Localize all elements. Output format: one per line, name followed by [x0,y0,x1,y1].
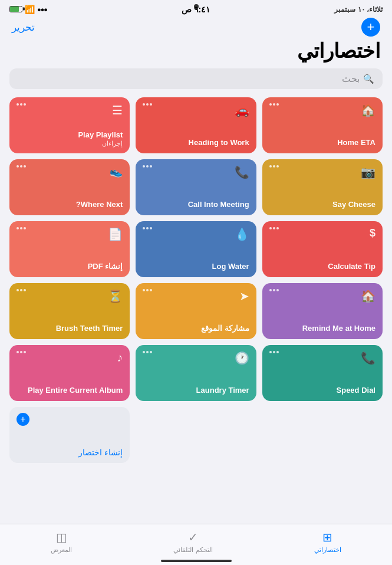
card-label: Calculate Tip [269,262,375,271]
tab-gallery[interactable]: ◫ المعرض [51,530,72,554]
card-icon: 📄 [108,227,123,241]
card-label: Log Water [143,262,249,271]
shortcut-laundry-timer[interactable]: 🕐 Laundry Timer [136,345,256,401]
shortcut-calculate-tip[interactable]: $ Calculate Tip [262,221,383,277]
card-menu[interactable] [269,351,279,353]
card-label: Heading to Work [143,138,249,147]
card-menu[interactable] [17,165,26,167]
card-menu[interactable] [17,103,26,106]
shortcut-create-pdf[interactable]: 📄 إنشاء PDF [9,221,130,277]
search-placeholder: بحث [342,73,360,84]
card-icon: 📞 [361,351,375,365]
tab-bar: ⊞ اختصاراتي ✓ التحكم التلقائي ◫ المعرض [0,524,392,565]
card-icon: 🚗 [235,103,249,117]
card-icon: 👟 [110,165,123,178]
card-icon: $ [370,227,375,239]
card-menu[interactable] [143,227,152,229]
card-menu[interactable] [143,103,152,106]
shortcut-play-album[interactable]: ♪ Play Entire Current Album [9,345,130,401]
card-icon: 💧 [235,227,249,241]
card-menu[interactable] [143,351,152,353]
card-icon: 📷 [361,165,375,179]
card-icon: 🏠 [361,289,375,303]
status-left: 📶 ●●● [9,5,47,14]
card-label: إنشاء PDF [17,262,123,271]
shortcut-share-location[interactable]: ➤ مشاركة الموقع [136,283,256,339]
card-menu[interactable] [143,289,152,291]
card-label: Home ETA [269,138,375,147]
tab-gallery-icon: ◫ [56,530,67,544]
card-menu[interactable] [269,289,279,291]
new-shortcut-card[interactable]: + إنشاء اختصار [9,407,130,463]
card-label: مشاركة الموقع [143,324,249,333]
shortcut-call-into-meeting[interactable]: 📞 Call Into Meeting [136,159,256,215]
shortcut-say-cheese[interactable]: 📷 Say Cheese [262,159,383,215]
search-icon: 🔍 [363,74,374,84]
status-bar: 📶 ●●● ٩:٤١ ص ثلاثاء، ١٠ سبتمبر [0,0,392,17]
card-menu[interactable] [17,351,26,353]
shortcut-brush-teeth-timer[interactable]: ⏳ Brush Teeth Timer [9,283,130,339]
battery-icon [9,5,22,14]
home-indicator [161,560,232,562]
tab-automation-label: التحكم التلقائي [173,546,212,554]
card-label: Say Cheese [269,200,375,209]
tab-my-shortcuts-label: اختصاراتي [314,546,341,554]
add-button[interactable]: + [361,18,380,37]
card-label: Play Entire Current Album [17,386,123,395]
card-menu[interactable] [17,227,26,229]
card-label: Laundry Timer [143,386,249,395]
shortcut-home-eta[interactable]: 🏠 Home ETA [262,97,383,153]
card-menu[interactable] [269,227,279,229]
status-time: ٩:٤١ ص [182,5,211,14]
card-icon: 🏠 [361,103,375,117]
card-label: Speed Dial [269,386,375,395]
page-title: اختصاراتي [0,39,392,68]
card-menu[interactable] [17,289,26,291]
card-menu[interactable] [143,165,152,167]
tab-my-shortcuts-icon: ⊞ [322,530,332,544]
card-icon: 📞 [235,165,249,179]
card-icon: ♪ [117,351,123,364]
shortcut-heading-to-work[interactable]: 🚗 Heading to Work [136,97,256,153]
new-shortcut-label: إنشاء اختصار [78,448,123,457]
shortcut-play-playlist[interactable]: ☰ Play Playlist إجراءان [9,97,130,153]
page-header: + تحرير [0,17,392,39]
new-shortcut-plus: + [17,413,29,426]
card-menu[interactable] [269,165,279,167]
shortcut-log-water[interactable]: 💧 Log Water [136,221,256,277]
card-sublabel: إجراءان [17,140,123,147]
tab-gallery-label: المعرض [51,546,72,554]
shortcut-speed-dial[interactable]: 📞 Speed Dial [262,345,383,401]
wifi-icon: 📶 [25,5,35,14]
card-menu[interactable] [269,103,279,106]
tab-automation-icon: ✓ [188,530,198,544]
card-icon: ⏳ [108,289,123,303]
card-label: Call Into Meeting [143,200,249,209]
card-label: Play Playlist [17,130,123,140]
signal-icon: ●●● [37,6,47,13]
card-label: Where Next? [17,200,123,209]
shortcut-where-next[interactable]: 👟 Where Next? [9,159,130,215]
card-label: Brush Teeth Timer [17,324,123,333]
plus-icon: + [367,19,375,35]
card-icon: ➤ [239,289,249,303]
edit-button[interactable]: تحرير [12,21,35,34]
shortcuts-grid: ☰ Play Playlist إجراءان 🚗 Heading to Wor… [0,97,392,463]
card-icon: ☰ [112,103,123,117]
card-label: Remind Me at Home [269,324,375,333]
search-bar[interactable]: 🔍 بحث [9,68,383,89]
tab-my-shortcuts[interactable]: ⊞ اختصاراتي [314,530,341,554]
status-date: ثلاثاء، ١٠ سبتمبر [334,5,383,14]
card-icon: 🕐 [235,351,249,365]
tab-automation[interactable]: ✓ التحكم التلقائي [173,530,212,554]
shortcut-remind-me-home[interactable]: 🏠 Remind Me at Home [262,283,383,339]
